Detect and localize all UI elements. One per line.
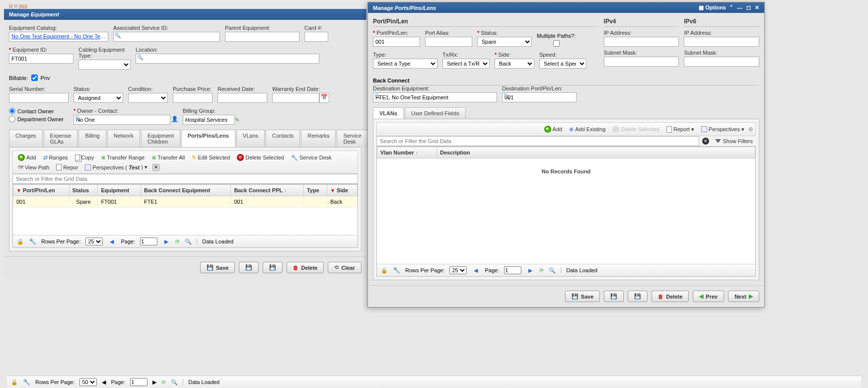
warranty-input[interactable] (272, 93, 319, 103)
chevron-icon[interactable]: ˄ (730, 4, 733, 11)
lock-icon[interactable]: 🔒 (381, 267, 388, 274)
col-type[interactable]: Type (303, 185, 327, 196)
refresh-icon[interactable]: ⟳ (539, 267, 544, 274)
equipment-id-input[interactable] (9, 54, 73, 64)
ipv6-addr-input[interactable] (684, 37, 759, 47)
add-button[interactable]: Add (15, 153, 39, 162)
report-button[interactable]: Repor (53, 163, 81, 171)
refresh-icon[interactable]: ⟳ (161, 379, 166, 386)
prev-page-icon[interactable]: ◀ (472, 267, 480, 274)
clear-filter-icon[interactable]: ✕ (702, 138, 709, 145)
tab-remarks[interactable]: Remarks (301, 130, 336, 147)
zoom-icon[interactable]: 🔍 (171, 379, 178, 386)
clear-button[interactable]: ⟲Clear (328, 262, 362, 273)
lock-icon[interactable]: 🔒 (11, 379, 18, 386)
cabling-type-select[interactable] (78, 60, 131, 70)
perspectives-close-icon[interactable]: ✕ (152, 164, 159, 171)
purchase-price-input[interactable] (173, 93, 213, 103)
save-close-button[interactable]: 💾 (263, 262, 283, 273)
col-port-pin-len[interactable]: ▼ Port/Pin/Len (13, 185, 70, 196)
next-button[interactable]: Next▶ (728, 291, 759, 302)
ipv6-mask-input[interactable] (684, 57, 759, 67)
next-page-icon[interactable]: ▶ (526, 267, 534, 274)
page-input[interactable] (130, 378, 147, 386)
zoom-icon[interactable]: 🔍 (185, 238, 192, 245)
associated-service-input[interactable] (113, 32, 220, 42)
col-back-connect-equipment[interactable]: Back Connect Equipment (141, 185, 231, 196)
prev-button[interactable]: ◀Prev (693, 291, 724, 302)
txrx-select[interactable]: Select a Tx/Rx (442, 59, 490, 69)
modal-delete-button[interactable]: 🗑Delete (651, 291, 689, 302)
tab-expense-glas[interactable]: Expense GLAs (44, 130, 78, 147)
rows-per-page-select[interactable]: 50 (79, 378, 97, 386)
tab-charges[interactable]: Charges (9, 130, 43, 147)
wrench-icon[interactable]: 🔧 (23, 379, 30, 386)
options-button[interactable]: ▦ Options (699, 4, 726, 11)
modal-report-button[interactable]: Report ▾ (663, 125, 697, 134)
lock-icon[interactable]: 🔒 (17, 238, 24, 245)
multiple-paths-checkbox[interactable] (553, 40, 560, 47)
ipv4-mask-input[interactable] (604, 57, 679, 67)
tab-ports-pins-lens[interactable]: Ports/Pins/Lens (181, 130, 235, 147)
dest-ppl-input[interactable] (502, 92, 577, 102)
delete-button[interactable]: 🗑Delete (287, 262, 324, 273)
transfer-all-button[interactable]: ⤭Transfer All (148, 154, 188, 162)
modal-perspectives-button[interactable]: Perspectives ▾ (698, 125, 747, 134)
ipv4-addr-input[interactable] (604, 37, 679, 47)
col-side[interactable]: ▼ Side (327, 185, 357, 196)
tab-network[interactable]: Network (107, 130, 140, 147)
contact-owner-radio[interactable]: Contact Owner (9, 108, 69, 114)
status-select[interactable]: Assigned (73, 93, 123, 103)
show-filters-button[interactable]: Show Filters (712, 137, 756, 145)
modal-ppl-input[interactable] (373, 37, 420, 47)
col-equipment[interactable]: Equipment (98, 185, 141, 196)
col-back-connect-ppl[interactable]: Back Connect PPL ↕ (231, 185, 304, 196)
perspectives-button[interactable]: Perspectives (Test) ▾ (82, 163, 150, 171)
modal-save-button[interactable]: 💾Save (565, 291, 600, 302)
add-existing-button[interactable]: ⊕Add Existing (566, 125, 608, 134)
tab-service-desk[interactable]: Service Desk (337, 130, 368, 147)
billing-group-edit-icon[interactable]: ✎ (235, 117, 239, 123)
minimize-icon[interactable]: — (737, 5, 742, 11)
location-input[interactable] (136, 54, 319, 64)
next-page-icon[interactable]: ▶ (162, 238, 170, 245)
parent-equipment-input[interactable] (225, 32, 299, 42)
modal-save-close-button[interactable]: 💾 (628, 291, 648, 302)
transfer-range-button[interactable]: ⤭Transfer Range (98, 154, 147, 162)
table-row[interactable]: 001 Spare FT001 FTE1 001 Back (13, 196, 358, 208)
edit-selected-button[interactable]: ✎Edit Selected (189, 154, 233, 162)
zoom-icon[interactable]: 🔍 (549, 267, 556, 274)
tab-vlans[interactable]: VLans (236, 130, 265, 147)
dest-equip-input[interactable] (373, 92, 497, 102)
calendar-icon[interactable]: 📅 (319, 93, 329, 103)
department-owner-radio[interactable]: Department Owner (9, 116, 69, 122)
tab-contacts[interactable]: Contacts (266, 130, 300, 147)
rows-per-page-select[interactable]: 25 (449, 266, 467, 274)
close-icon[interactable]: ✕ (755, 4, 759, 11)
save-new-button[interactable]: 💾 (239, 262, 259, 273)
outer-horizontal-scrollbar[interactable] (7, 367, 861, 375)
tab-billing[interactable]: Billing (78, 130, 106, 147)
refresh-icon[interactable]: ⟳ (175, 238, 180, 245)
billable-checkbox[interactable] (31, 75, 38, 81)
page-input[interactable] (140, 237, 157, 245)
speed-select[interactable]: Select a Speed (539, 59, 586, 69)
modal-add-button[interactable]: Add (541, 125, 566, 134)
card-number-input[interactable] (304, 32, 328, 42)
prev-page-icon[interactable]: ◀ (108, 238, 116, 245)
modal-grid-filter-input[interactable] (376, 136, 699, 146)
received-date-input[interactable] (217, 93, 267, 103)
ranges-button[interactable]: ⇄Ranges (40, 154, 71, 162)
col-vlan-number[interactable]: Vlan Number ↕ (377, 147, 437, 158)
serial-input[interactable] (9, 93, 69, 103)
tab-user-defined-fields[interactable]: User Defined Fields (405, 107, 466, 119)
modal-save-new-button[interactable]: 💾 (604, 291, 624, 302)
modal-delete-selected-button[interactable]: Delete Selected (609, 125, 662, 134)
side-select[interactable]: Back (495, 59, 534, 69)
type-select[interactable]: Select a Type (373, 59, 437, 69)
delete-selected-button[interactable]: Delete Selected (234, 153, 287, 162)
port-alias-input[interactable] (425, 37, 472, 47)
maximize-icon[interactable]: ◻ (746, 4, 751, 11)
equipment-catalog-link[interactable]: No One Test Equipment - No One Test Equ… (9, 32, 108, 42)
col-status[interactable]: Status (69, 185, 98, 196)
